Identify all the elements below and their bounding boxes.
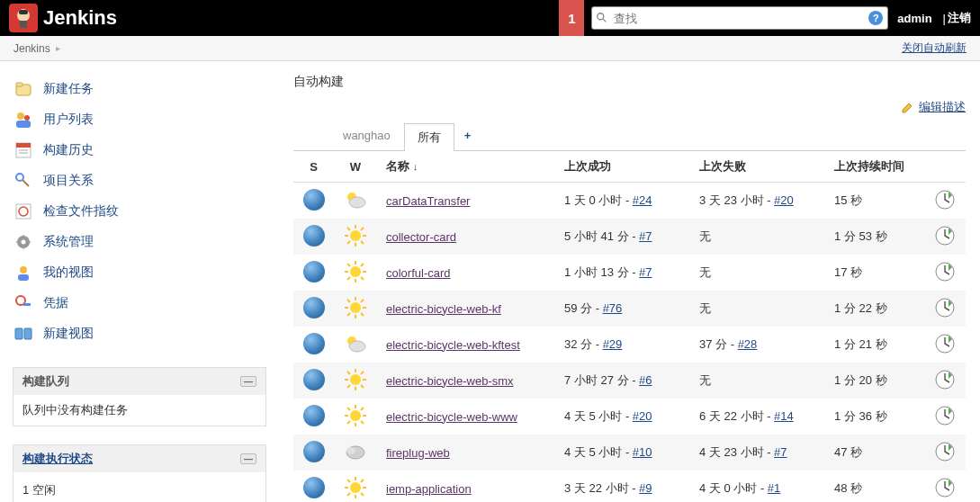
success-build-link[interactable]: #6 [639,373,652,387]
failure-build-link[interactable]: #28 [738,337,758,351]
job-link[interactable]: electric-bicycle-web-kf [386,302,501,316]
schedule-build-button[interactable] [933,440,957,463]
executor-title[interactable]: 构建执行状态 [22,451,93,467]
schedule-build-button[interactable] [933,296,957,319]
schedule-build-button[interactable] [933,404,957,427]
logo[interactable]: Jenkins [9,4,117,32]
col-weather[interactable]: W [334,151,377,183]
schedule-build-button[interactable] [933,224,957,247]
executor-header: 构建执行状态 — [13,445,265,472]
weather-partly-icon[interactable] [343,331,368,356]
sidebar-item-my-views[interactable]: 我的视图 [13,257,266,288]
weather-sun-icon[interactable] [343,367,368,392]
schedule-build-button[interactable] [933,368,957,391]
schedule-build-button[interactable] [933,188,957,211]
svg-rect-6 [16,83,22,86]
build-queue-body: 队列中没有构建任务 [13,395,265,426]
last-failure-cell: 无 [690,291,825,327]
svg-point-83 [346,447,355,454]
svg-point-20 [20,266,27,273]
new-view-icon [13,323,34,345]
sidebar-item-manage[interactable]: 系统管理 [13,227,266,257]
job-link[interactable]: electric-bicycle-web-kftest [386,338,520,352]
sidebar-item-people[interactable]: 用户列表 [13,104,266,135]
status-ball-icon[interactable] [303,369,325,390]
last-failure-cell: 无 [690,219,825,255]
status-ball-icon[interactable] [303,297,325,318]
svg-rect-9 [16,121,31,128]
success-build-link[interactable]: #10 [633,445,652,459]
user-link[interactable]: admin [897,12,931,25]
collapse-button[interactable]: — [240,376,256,387]
tab-所有[interactable]: 所有 [404,123,454,151]
logout-link[interactable]: 注销 [948,10,971,26]
tab-wanghao[interactable]: wanghao [329,122,404,150]
schedule-build-button[interactable] [933,476,957,499]
status-ball-icon[interactable] [303,225,325,247]
sidebar-item-relation[interactable]: 项目关系 [13,166,266,196]
breadcrumb-root[interactable]: Jenkins [13,42,50,55]
schedule-build-button[interactable] [933,260,957,283]
success-build-link[interactable]: #7 [639,265,652,279]
svg-line-56 [347,313,350,316]
col-status[interactable]: S [293,151,334,183]
sidebar-item-credentials[interactable]: 凭据 [13,288,266,318]
edit-description-link[interactable]: 编辑描述 [901,99,966,115]
sidebar-item-fingerprint[interactable]: 检查文件指纹 [13,196,266,227]
status-ball-icon[interactable] [303,441,325,462]
build-queue-box: 构建队列 — 队列中没有构建任务 [13,367,266,426]
success-build-link[interactable]: #20 [633,409,652,423]
sidebar-item-history[interactable]: 构建历史 [13,135,266,166]
sidebar-item-new-view[interactable]: 新建视图 [13,318,266,349]
status-ball-icon[interactable] [303,405,325,426]
status-ball-icon[interactable] [303,333,325,354]
duration-cell: 1 分 22 秒 [825,291,924,327]
weather-sun-icon[interactable] [343,259,368,284]
job-link[interactable]: fireplug-web [386,446,450,460]
success-build-link[interactable]: #7 [639,229,652,243]
success-build-link[interactable]: #29 [603,337,623,351]
search-input[interactable] [591,6,888,30]
svg-rect-21 [18,274,29,281]
failure-build-link[interactable]: #1 [768,481,780,495]
col-last-success[interactable]: 上次成功 [555,151,690,183]
job-link[interactable]: electric-bicycle-web-www [386,410,517,424]
weather-partly-icon[interactable] [343,187,368,212]
failure-build-link[interactable]: #7 [774,445,787,459]
last-success-cell: 1 小时 13 分 - #7 [555,255,690,291]
col-duration[interactable]: 上次持续时间 [825,151,924,183]
history-icon [13,139,34,161]
col-name[interactable]: 名称 ↓ [377,151,555,183]
svg-point-14 [16,174,23,181]
status-ball-icon[interactable] [303,189,325,211]
status-ball-icon[interactable] [303,261,325,282]
job-link[interactable]: colorful-card [386,266,451,280]
last-success-cell: 5 小时 41 分 - #7 [555,219,690,255]
svg-point-85 [350,482,361,493]
failure-build-link[interactable]: #20 [774,193,794,207]
auto-refresh-toggle[interactable]: 关闭自动刷新 [902,40,967,56]
weather-sun-icon[interactable] [343,295,368,320]
sidebar-item-new-item[interactable]: 新建任务 [13,74,266,104]
success-build-link[interactable]: #24 [633,193,652,207]
weather-cloud-icon[interactable] [343,439,368,464]
schedule-build-button[interactable] [933,332,957,355]
failure-build-link[interactable]: #14 [774,409,794,423]
col-last-failure[interactable]: 上次失败 [690,151,825,183]
svg-line-80 [361,408,364,410]
weather-sun-icon[interactable] [343,475,368,500]
weather-sun-icon[interactable] [343,223,368,248]
job-link[interactable]: electric-bicycle-web-smx [386,374,514,388]
collapse-button[interactable]: — [240,453,256,464]
job-link[interactable]: iemp-application [386,482,472,496]
weather-sun-icon[interactable] [343,403,368,428]
job-link[interactable]: carDataTransfer [386,194,470,208]
fingerprint-icon [13,201,34,222]
job-link[interactable]: collector-card [386,230,456,244]
notification-badge[interactable]: 1 [559,0,584,36]
sidebar-item-label: 用户列表 [43,112,94,128]
status-ball-icon[interactable] [303,477,325,498]
success-build-link[interactable]: #76 [603,301,623,315]
add-tab-button[interactable]: + [454,122,481,150]
success-build-link[interactable]: #9 [639,481,652,495]
